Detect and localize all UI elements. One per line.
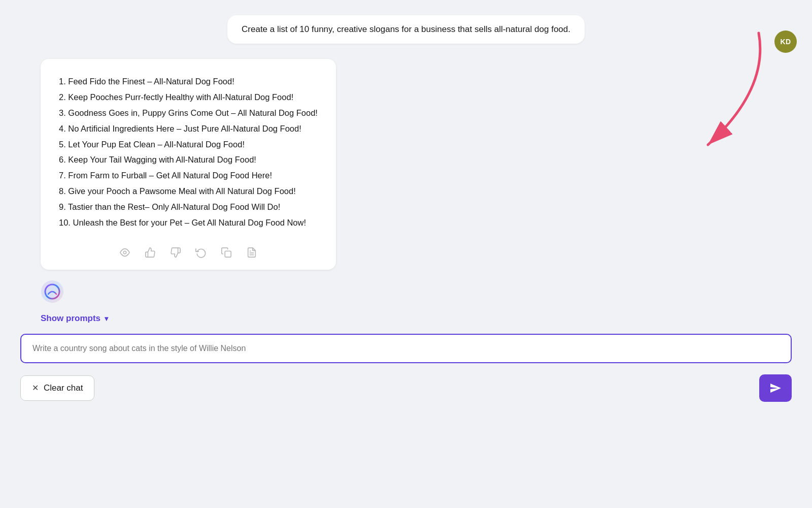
- ai-logo-icon: [41, 280, 64, 303]
- slogan-item: 7. From Farm to Furball – Get All Natura…: [59, 168, 318, 183]
- document-icon[interactable]: [245, 245, 259, 260]
- show-prompts-label: Show prompts: [41, 313, 100, 324]
- slogan-item: 4. No Artificial Ingredients Here – Just…: [59, 121, 318, 136]
- chat-container: Create a list of 10 funny, creative slog…: [0, 0, 812, 508]
- slogan-item: 10. Unleash the Best for your Pet – Get …: [59, 215, 318, 230]
- show-prompts-button[interactable]: Show prompts ▾: [41, 313, 108, 324]
- user-message-bubble: Create a list of 10 funny, creative slog…: [227, 15, 585, 44]
- send-icon: [769, 382, 782, 394]
- thumbs-up-icon[interactable]: [143, 245, 157, 260]
- view-icon[interactable]: [118, 245, 132, 260]
- slogan-item: 5. Let Your Pup Eat Clean – All-Natural …: [59, 137, 318, 152]
- slogan-item: 1. Feed Fido the Finest – All-Natural Do…: [59, 74, 318, 89]
- avatar: KD: [774, 30, 797, 53]
- slogan-item: 6. Keep Your Tail Wagging with All-Natur…: [59, 152, 318, 167]
- svg-point-1: [123, 251, 126, 254]
- chevron-down-icon: ▾: [105, 314, 108, 323]
- bottom-bar: ✕ Clear chat: [10, 369, 802, 412]
- thumbs-down-icon[interactable]: [168, 245, 183, 260]
- slogan-item: 8. Give your Pooch a Pawsome Meal with A…: [59, 184, 318, 199]
- ai-response-bubble: 1. Feed Fido the Finest – All-Natural Do…: [41, 59, 336, 270]
- close-icon: ✕: [32, 383, 39, 393]
- user-message-area: Create a list of 10 funny, creative slog…: [10, 0, 802, 54]
- slogans-list: 1. Feed Fido the Finest – All-Natural Do…: [59, 74, 318, 230]
- slogan-item: 9. Tastier than the Rest– Only All-Natur…: [59, 200, 318, 214]
- ai-response-area: 1. Feed Fido the Finest – All-Natural Do…: [10, 54, 802, 270]
- copy-icon[interactable]: [219, 245, 233, 260]
- refresh-icon[interactable]: [194, 245, 208, 260]
- send-button[interactable]: [759, 374, 792, 402]
- clear-chat-button[interactable]: ✕ Clear chat: [20, 375, 94, 401]
- avatar-initials: KD: [780, 38, 791, 46]
- ai-logo-area: [10, 270, 802, 309]
- svg-rect-2: [225, 251, 231, 257]
- slogan-item: 3. Goodness Goes in, Puppy Grins Come Ou…: [59, 106, 318, 120]
- user-message-text: Create a list of 10 funny, creative slog…: [242, 24, 570, 34]
- action-icons-row: [59, 241, 318, 260]
- clear-chat-label: Clear chat: [44, 383, 83, 393]
- slogan-item: 2. Keep Pooches Purr-fectly Healthy with…: [59, 90, 318, 105]
- chat-input[interactable]: [20, 334, 792, 363]
- show-prompts-area: Show prompts ▾: [10, 309, 802, 330]
- input-area: [10, 330, 802, 369]
